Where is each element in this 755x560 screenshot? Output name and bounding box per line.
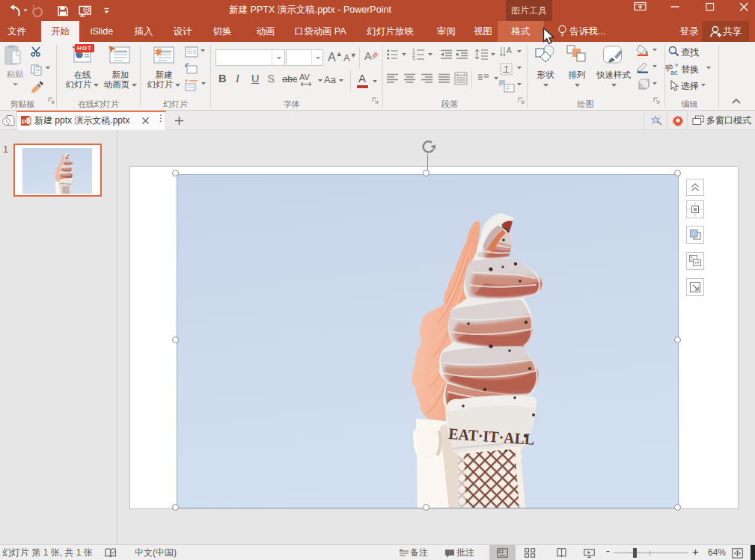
svg-text:A: A — [507, 46, 512, 55]
svg-text:3: 3 — [412, 57, 415, 61]
svg-text:P: P — [22, 117, 27, 126]
svg-text:AV: AV — [299, 73, 311, 81]
svg-text:A: A — [364, 50, 372, 62]
svg-text:ac: ac — [670, 69, 678, 75]
